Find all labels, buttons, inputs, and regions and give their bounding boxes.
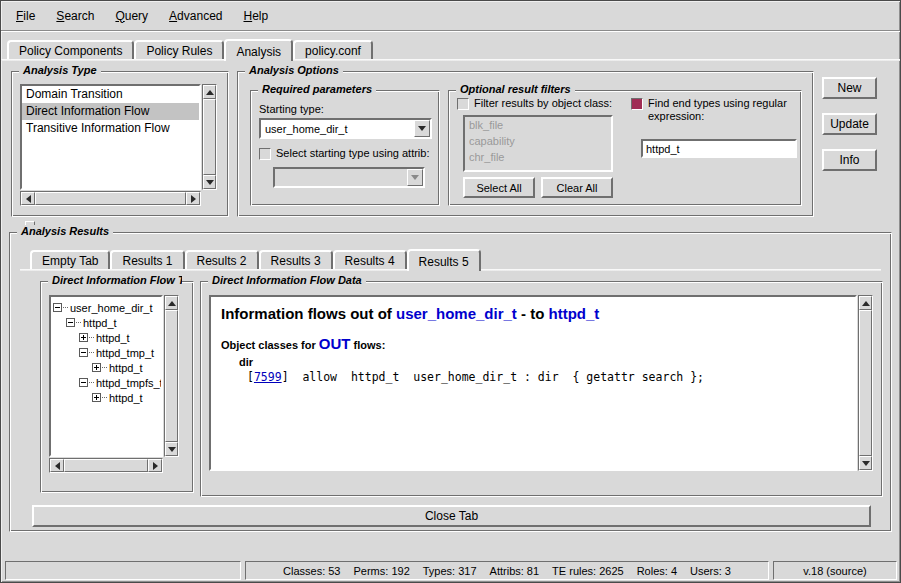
rule-number-link[interactable]: 7599 xyxy=(254,370,282,384)
scrollbar-trough[interactable] xyxy=(859,310,872,456)
flow-data-group: Direct Information Flow Data Information… xyxy=(200,281,883,497)
tree-node[interactable]: httpd_t xyxy=(51,360,161,375)
scroll-down-arrow[interactable] xyxy=(165,442,178,456)
tab-results-5[interactable]: Results 5 xyxy=(407,249,481,271)
attrib-checkbox[interactable]: Select starting type using attrib: xyxy=(259,147,435,160)
tab-results-4[interactable]: Results 4 xyxy=(333,250,407,269)
tab-results-1[interactable]: Results 1 xyxy=(110,250,184,269)
regex-checkbox[interactable]: Find end types using regular expression: xyxy=(631,97,795,123)
tree-node[interactable]: httpd_t xyxy=(51,330,161,345)
arrow-right-icon xyxy=(191,195,196,203)
analysis-options-group: Analysis Options Required parameters Sta… xyxy=(237,71,814,217)
optional-result-filters-title: Optional result filters xyxy=(456,83,575,95)
flow-data-textarea[interactable]: Information flows out of user_home_dir_t… xyxy=(209,295,857,471)
checkbox-indicator[interactable] xyxy=(259,148,271,160)
vertical-scrollbar[interactable] xyxy=(858,295,873,471)
scrollbar-trough[interactable] xyxy=(35,192,186,205)
scrollbar-thumb[interactable] xyxy=(64,459,148,472)
tab-analysis[interactable]: Analysis xyxy=(224,39,293,61)
tree-node[interactable]: httpd_t xyxy=(51,390,161,405)
arrow-right-icon xyxy=(153,462,158,470)
clear-all-button[interactable]: Clear All xyxy=(541,177,613,198)
expand-icon[interactable] xyxy=(79,333,88,342)
update-button[interactable]: Update xyxy=(822,113,877,135)
statusbar-left-panel xyxy=(5,561,241,580)
scroll-left-arrow[interactable] xyxy=(50,459,64,472)
scrollbar-thumb[interactable] xyxy=(859,310,872,456)
scroll-right-arrow[interactable] xyxy=(186,192,200,205)
new-button[interactable]: New xyxy=(822,77,877,99)
filter-object-class-checkbox[interactable]: Filter results by object class: xyxy=(457,97,627,110)
tab-policy-components[interactable]: Policy Components xyxy=(7,40,134,59)
list-item-selected[interactable]: Direct Information Flow xyxy=(22,103,199,120)
analysis-type-listbox[interactable]: Domain Transition Direct Information Flo… xyxy=(20,84,201,190)
scroll-right-arrow[interactable] xyxy=(148,459,162,472)
scrollbar-trough[interactable] xyxy=(165,310,178,442)
tab-results-2[interactable]: Results 2 xyxy=(185,250,259,269)
scroll-up-arrow[interactable] xyxy=(859,296,872,310)
tab-policy-conf[interactable]: policy.conf xyxy=(293,40,373,59)
checkbox-indicator[interactable] xyxy=(457,98,469,110)
tree-connector xyxy=(89,382,94,383)
tab-results-3[interactable]: Results 3 xyxy=(259,250,333,269)
expand-icon[interactable] xyxy=(92,393,101,402)
collapse-icon[interactable] xyxy=(79,348,88,357)
horizontal-scrollbar[interactable] xyxy=(49,458,163,473)
scroll-up-arrow[interactable] xyxy=(203,85,216,99)
list-item: chr_file xyxy=(465,149,611,165)
starting-type-combobox[interactable]: user_home_dir_t xyxy=(259,118,432,139)
menu-file[interactable]: File xyxy=(13,8,38,24)
list-item[interactable]: Transitive Information Flow xyxy=(22,120,199,137)
scrollbar-thumb[interactable] xyxy=(165,310,178,442)
flow-tree-title: Direct Information Flow T xyxy=(48,274,182,286)
vertical-scrollbar[interactable] xyxy=(202,84,217,190)
scrollbar-trough[interactable] xyxy=(64,459,148,472)
object-class-name: dir xyxy=(239,356,845,368)
regex-input[interactable] xyxy=(641,139,797,158)
scroll-down-arrow[interactable] xyxy=(859,456,872,470)
combobox-arrow[interactable] xyxy=(414,120,430,137)
menu-search[interactable]: Search xyxy=(53,8,97,24)
scroll-up-arrow[interactable] xyxy=(165,296,178,310)
arrow-down-icon xyxy=(206,180,214,185)
list-item[interactable]: Domain Transition xyxy=(22,86,199,103)
analysis-type-title: Analysis Type xyxy=(19,64,101,76)
scroll-left-arrow[interactable] xyxy=(21,192,35,205)
statusbar-stats-panel: Classes: 53 Perms: 192 Types: 317 Attrib… xyxy=(245,561,769,580)
close-tab-button[interactable]: Close Tab xyxy=(32,505,871,527)
attrib-checkbox-label: Select starting type using attrib: xyxy=(276,147,429,160)
tab-empty-tab[interactable]: Empty Tab xyxy=(30,250,110,269)
filter-object-class-label: Filter results by object class: xyxy=(474,97,612,110)
list-item: blk_file xyxy=(465,117,611,133)
info-button[interactable]: Info xyxy=(822,149,877,171)
scroll-down-arrow[interactable] xyxy=(203,175,216,189)
menu-advanced[interactable]: Advanced xyxy=(166,8,225,24)
horizontal-scrollbar[interactable] xyxy=(20,191,201,206)
analysis-options-title: Analysis Options xyxy=(245,64,343,76)
arrow-down-icon xyxy=(168,447,176,452)
collapse-icon[interactable] xyxy=(66,318,75,327)
statusbar-version-panel: v.18 (source) xyxy=(773,561,897,580)
tree-connector xyxy=(102,397,107,398)
flow-tree[interactable]: user_home_dir_t httpd_t httpd_t httpd_tm… xyxy=(49,295,163,457)
tree-connector xyxy=(63,307,68,308)
scrollbar-thumb[interactable] xyxy=(203,99,216,175)
tree-node-label: httpd_tmpfs_t xyxy=(96,377,163,389)
tree-node[interactable]: httpd_tmp_t xyxy=(51,345,161,360)
tree-node[interactable]: httpd_t xyxy=(51,315,161,330)
checkbox-indicator-checked[interactable] xyxy=(631,98,643,110)
select-all-button[interactable]: Select All xyxy=(463,177,535,198)
vertical-scrollbar[interactable] xyxy=(164,295,179,457)
menu-query[interactable]: Query xyxy=(112,8,151,24)
collapse-icon[interactable] xyxy=(79,378,88,387)
menu-help[interactable]: Help xyxy=(240,8,271,24)
tab-policy-rules[interactable]: Policy Rules xyxy=(134,40,224,59)
rule-text: allow httpd_t user_home_dir_t : dir { ge… xyxy=(289,370,704,384)
scrollbar-thumb[interactable] xyxy=(35,192,186,205)
expand-icon[interactable] xyxy=(92,363,101,372)
scrollbar-trough[interactable] xyxy=(203,99,216,175)
tree-node[interactable]: httpd_tmpfs_t xyxy=(51,375,161,390)
tree-node-label: httpd_tmp_t xyxy=(96,347,154,359)
collapse-icon[interactable] xyxy=(53,303,62,312)
tree-node[interactable]: user_home_dir_t xyxy=(51,300,161,315)
